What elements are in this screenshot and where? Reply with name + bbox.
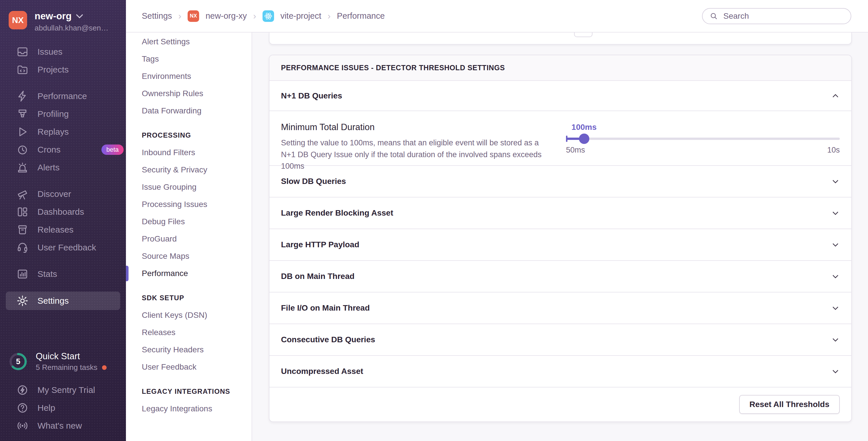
search-input[interactable] [723,11,848,21]
breadcrumb-separator: › [253,11,256,21]
sidebar-item-alerts[interactable]: Alerts [0,159,126,176]
accordion-n1-db-queries[interactable]: N+1 DB Queries [270,81,851,111]
settings-nav-user-feedback[interactable]: User Feedback [126,359,252,376]
chevron-up-icon [831,92,840,100]
scrolled-card-remnant [269,33,852,45]
sidebar-footer: 5 Quick Start 5 Remaining tasks My Sentr… [0,351,126,441]
active-indicator [126,266,128,281]
accordion-file-io-on-main-thread[interactable]: File I/O on Main Thread [270,293,851,324]
settings-nav-ownership-rules[interactable]: Ownership Rules [126,85,252,102]
sidebar-item-label: Projects [37,65,69,74]
sidebar-item-releases[interactable]: Releases [0,221,126,239]
beta-badge: beta [101,144,124,155]
breadcrumb-project[interactable]: vite-project [280,11,321,21]
sidebar-item-label: Performance [37,91,87,101]
accordion-consecutive-db-queries[interactable]: Consecutive DB Queries [270,324,851,356]
notification-dot [102,365,106,370]
settings-nav-alert-settings[interactable]: Alert Settings [126,33,252,50]
sidebar-item-label: Profiling [37,109,69,119]
sidebar-item-settings[interactable]: Settings [6,292,120,310]
settings-nav-releases[interactable]: Releases [126,324,252,341]
settings-nav-issue-grouping[interactable]: Issue Grouping [126,178,252,196]
bolt-circle-icon [16,384,29,396]
settings-nav-environments[interactable]: Environments [126,68,252,85]
accordion-label: Uncompressed Asset [281,367,363,376]
chevron-down-icon [831,335,840,344]
breadcrumb-separator: › [328,11,331,21]
settings-nav-performance[interactable]: Performance [126,265,252,282]
sidebar-item-label: Crons [37,145,61,155]
issues-icon [16,45,29,58]
org-badge: NX [188,10,199,22]
chevron-down-icon [831,177,840,186]
settings-nav-inbound-filters[interactable]: Inbound Filters [126,144,252,161]
settings-nav-security-privacy[interactable]: Security & Privacy [126,161,252,178]
accordion-db-on-main-thread[interactable]: DB on Main Thread [270,261,851,293]
sidebar-item-label: Replays [37,127,69,137]
breadcrumb-org[interactable]: new-org-xy [206,11,247,21]
panel-footer: Reset All Thresholds [270,387,851,421]
projects-icon [16,63,29,76]
sidebar-item-projects[interactable]: Projects [0,61,126,78]
accordion-label: DB on Main Thread [281,272,354,281]
slider-value: 100ms [571,123,596,132]
sidebar-item-label: Settings [37,296,69,306]
broadcast-icon [16,419,29,432]
settings-nav-data-forwarding[interactable]: Data Forwarding [126,102,252,120]
sidebar-item-user-feedback[interactable]: User Feedback [0,239,126,257]
org-name: new-org [35,11,71,21]
settings-nav-client-keys[interactable]: Client Keys (DSN) [126,307,252,324]
progress-ring: 5 [9,352,28,371]
main-content: PERFORMANCE ISSUES - DETECTOR THRESHOLD … [252,33,868,441]
sidebar-item-help[interactable]: Help [0,399,126,417]
settings-nav-tags[interactable]: Tags [126,50,252,68]
slider-track[interactable] [566,138,840,140]
question-circle-icon [16,402,29,414]
settings-nav-proguard[interactable]: ProGuard [126,230,252,247]
profiling-icon [16,108,29,120]
quick-start-title: Quick Start [36,351,106,362]
sidebar-item-issues[interactable]: Issues [0,43,126,61]
app-sidebar: NX new-org abdullah.khan@sen… Issues Pro… [0,0,126,441]
accordion-large-http-payload[interactable]: Large HTTP Payload [270,229,851,261]
slider-handle[interactable] [579,134,589,144]
settings-nav-security-headers[interactable]: Security Headers [126,341,252,359]
sidebar-item-crons[interactable]: Crons beta [0,141,126,159]
org-switcher[interactable]: NX new-org abdullah.khan@sen… [0,0,126,33]
chevron-down-icon [831,304,840,312]
sidebar-item-performance[interactable]: Performance [0,87,126,105]
sidebar-item-discover[interactable]: Discover [0,185,126,203]
reset-all-thresholds-button[interactable]: Reset All Thresholds [739,395,840,414]
sidebar-item-stats[interactable]: Stats [0,265,126,283]
org-avatar[interactable]: NX [9,11,27,29]
settings-nav-processing-issues[interactable]: Processing Issues [126,196,252,213]
sidebar-item-profiling[interactable]: Profiling [0,105,126,123]
accordion-uncompressed-asset[interactable]: Uncompressed Asset [270,356,851,387]
slider-start-tick [566,136,567,142]
sidebar-item-replays[interactable]: Replays beta [0,123,126,141]
breadcrumb-settings[interactable]: Settings [142,11,172,21]
search-box[interactable] [702,8,851,24]
settings-nav-legacy-integrations[interactable]: Legacy Integrations [126,400,252,417]
sidebar-item-dashboards[interactable]: Dashboards [0,203,126,221]
sidebar-item-whats-new[interactable]: What's new [0,417,126,435]
accordion-label: Slow DB Queries [281,177,346,186]
settings-nav-header-sdk-setup: SDK SETUP [126,289,252,307]
detector-threshold-panel: PERFORMANCE ISSUES - DETECTOR THRESHOLD … [269,55,852,422]
accordion-label: Consecutive DB Queries [281,335,375,344]
settings-nav-debug-files[interactable]: Debug Files [126,213,252,230]
sidebar-item-label: Help [37,403,55,413]
accordion-large-render-blocking-asset[interactable]: Large Render Blocking Asset [270,198,851,229]
play-icon [16,126,29,138]
react-project-icon [262,10,274,22]
accordion-label: Large HTTP Payload [281,240,359,249]
breadcrumb-separator: › [178,11,181,21]
settings-nav-header-processing: PROCESSING [126,127,252,144]
setting-title: Minimum Total Duration [281,122,546,132]
chevron-down-icon [831,209,840,217]
quick-start-panel[interactable]: 5 Quick Start 5 Remaining tasks [0,351,126,381]
sidebar-item-label: What's new [37,421,82,431]
settings-nav-source-maps[interactable]: Source Maps [126,247,252,265]
chevron-down-icon [831,367,840,376]
sidebar-item-trial[interactable]: My Sentry Trial [0,381,126,399]
